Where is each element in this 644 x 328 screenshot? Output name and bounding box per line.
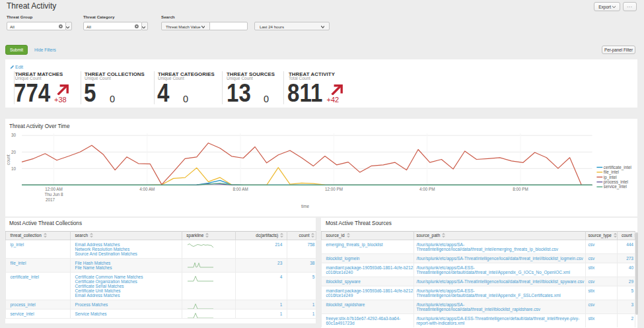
svg-text:12:00 AM: 12:00 AM [45,187,63,191]
svg-text:time: time [301,204,309,209]
svg-text:count: count [6,154,11,165]
svg-text:12:00 PM: 12:00 PM [325,187,343,191]
svg-text:4:00 AM: 4:00 AM [139,187,155,191]
svg-text:Thu Jun 8: Thu Jun 8 [44,192,63,197]
svg-text:30: 30 [11,133,17,137]
svg-text:8:00 PM: 8:00 PM [513,187,528,191]
svg-text:2017: 2017 [46,197,55,202]
svg-text:20: 20 [11,150,17,154]
svg-text:10: 10 [11,166,17,171]
svg-text:service_intel: service_intel [604,184,627,189]
svg-text:8:00 AM: 8:00 AM [233,187,248,191]
svg-text:4:00 PM: 4:00 PM [419,187,435,191]
